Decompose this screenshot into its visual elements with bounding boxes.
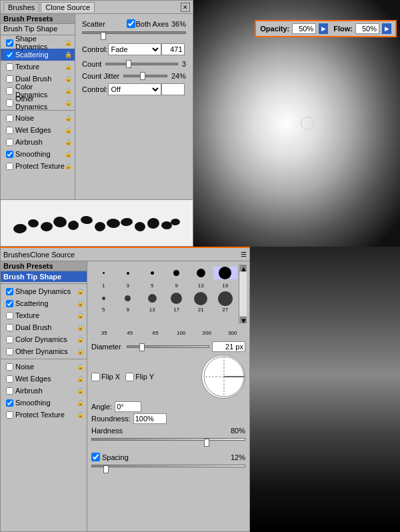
top-close-button[interactable]: ✕ <box>181 3 190 12</box>
top-dual-brush-check[interactable] <box>6 75 13 83</box>
top-brush-tip-header[interactable]: Brush Tip Shape <box>1 24 75 33</box>
top-airbrush-check[interactable] <box>6 139 13 146</box>
spacing-check[interactable] <box>91 453 100 461</box>
bottom-scattering[interactable]: Scattering 🔒 <box>1 297 87 309</box>
scatter-control-select[interactable]: Fade Off <box>108 43 161 55</box>
br-35[interactable]: 35 <box>91 330 117 336</box>
br-200[interactable]: 200 <box>194 330 220 336</box>
spacing-slider-thumb[interactable] <box>103 465 109 473</box>
top-wet-edges[interactable]: Wet Edges 🔒 <box>1 124 75 136</box>
bottom-protect-texture[interactable]: Protect Texture 🔒 <box>1 409 87 421</box>
br-65[interactable]: 65 <box>143 330 169 336</box>
brush-cell-1-6[interactable] <box>213 291 238 306</box>
hardness-slider-container <box>91 438 245 447</box>
count-slider-thumb[interactable] <box>126 60 131 68</box>
brush-cell-dot3[interactable] <box>140 271 165 275</box>
bottom-dual-brush-check[interactable] <box>6 324 13 331</box>
flip-y-label[interactable]: Flip Y <box>125 373 154 381</box>
both-axes-check[interactable] <box>127 19 135 28</box>
bottom-airbrush-check[interactable] <box>6 387 13 395</box>
diameter-thumb[interactable] <box>139 343 145 351</box>
hardness-slider-thumb[interactable] <box>204 439 209 447</box>
bottom-dual-brush[interactable]: Dual Brush 🔒 <box>1 321 87 333</box>
top-smoothing-check[interactable] <box>6 151 13 158</box>
scatter-control-num[interactable] <box>161 43 185 55</box>
scatter-slider-thumb[interactable] <box>101 32 106 40</box>
top-noise[interactable]: Noise 🔒 <box>1 112 75 124</box>
brush-cell-dot2[interactable] <box>116 272 141 275</box>
top-shape-dynamics[interactable]: Shape Dynamics 🔒 <box>1 37 75 49</box>
scatter-control2-num[interactable] <box>161 83 185 95</box>
top-airbrush[interactable]: Airbrush 🔒 <box>1 136 75 148</box>
top-texture[interactable]: Texture 🔒 <box>1 61 75 73</box>
diameter-input[interactable] <box>212 341 245 352</box>
flip-x-label[interactable]: Flip X <box>91 373 120 381</box>
bottom-smoothing[interactable]: Smoothing 🔒 <box>1 397 87 409</box>
top-shape-dynamics-check[interactable] <box>6 39 13 47</box>
scatter-control2-select[interactable]: Off Fade <box>108 83 161 95</box>
scroll-down-button[interactable]: ▼ <box>240 317 247 323</box>
bottom-color-dynamics[interactable]: Color Dynamics 🔒 <box>1 333 87 345</box>
top-texture-check[interactable] <box>6 63 13 71</box>
bottom-smoothing-check[interactable] <box>6 399 13 407</box>
top-noise-check[interactable] <box>6 115 13 122</box>
bottom-brush-tip-header[interactable]: Brush Tip Shape <box>1 271 87 282</box>
brush-cell-1-5[interactable] <box>189 292 213 305</box>
brush-cell-dot6-selected[interactable] <box>213 267 238 279</box>
opacity-input[interactable] <box>292 23 316 34</box>
angle-wheel[interactable] <box>201 355 245 399</box>
bottom-scattering-check[interactable] <box>6 300 13 307</box>
flip-y-check[interactable] <box>125 373 134 381</box>
bottom-wet-edges-check[interactable] <box>6 375 13 383</box>
top-dual-brush-lock: 🔒 <box>65 75 72 82</box>
brush-cell-1-1[interactable] <box>91 297 116 300</box>
bottom-color-dynamics-check[interactable] <box>6 336 13 343</box>
brush-cell-dot5[interactable] <box>189 269 213 277</box>
bottom-noise[interactable]: Noise 🔒 <box>1 361 87 373</box>
bottom-shape-dynamics[interactable]: Shape Dynamics 🔒 <box>1 285 87 297</box>
bottom-texture[interactable]: Texture 🔒 <box>1 309 87 321</box>
bottom-texture-check[interactable] <box>6 312 13 319</box>
bottom-menu-icon[interactable]: ☰ <box>241 251 247 258</box>
bottom-brushes-tab[interactable]: Brushes <box>3 251 30 259</box>
spacing-slider-track[interactable] <box>91 465 245 467</box>
top-protect-texture-check[interactable] <box>6 163 13 170</box>
roundness-input[interactable] <box>133 413 167 424</box>
top-other-dynamics[interactable]: Other Dynamics 🔒 <box>1 97 75 109</box>
top-scattering-check[interactable] <box>6 51 13 59</box>
bottom-other-dynamics[interactable]: Other Dynamics 🔒 <box>1 345 87 357</box>
bottom-clone-source-tab[interactable]: Clone Source <box>30 251 75 259</box>
scroll-up-button[interactable]: ▲ <box>240 265 247 271</box>
top-color-dynamics-check[interactable] <box>6 87 13 95</box>
flip-x-check[interactable] <box>91 373 100 381</box>
bottom-protect-texture-check[interactable] <box>6 411 13 419</box>
brush-grid-scrollbar[interactable]: ▲ ▼ <box>239 264 247 324</box>
flow-input[interactable] <box>355 23 379 34</box>
flow-increase-button[interactable]: ▶ <box>382 23 391 34</box>
brush-cell-dot4[interactable] <box>165 270 189 276</box>
top-wet-edges-check[interactable] <box>6 127 13 134</box>
top-clone-source-tab[interactable]: Clone Source <box>41 2 95 12</box>
bottom-wet-edges[interactable]: Wet Edges 🔒 <box>1 373 87 385</box>
bottom-airbrush[interactable]: Airbrush 🔒 <box>1 385 87 397</box>
brush-cell-1-3[interactable] <box>140 294 165 303</box>
brush-cell-dot1[interactable] <box>91 272 116 274</box>
brush-cell-1-2[interactable] <box>116 295 141 301</box>
bottom-shape-dynamics-check[interactable] <box>6 288 13 295</box>
br-300[interactable]: 300 <box>220 330 246 336</box>
diameter-slider[interactable] <box>127 345 209 348</box>
top-smoothing[interactable]: Smoothing 🔒 <box>1 148 75 160</box>
top-other-dynamics-check[interactable] <box>6 99 13 107</box>
top-brushes-tab[interactable]: Brushes <box>3 2 39 12</box>
top-color-dynamics-lock: 🔒 <box>65 87 72 94</box>
brush-cell-1-4[interactable] <box>165 293 189 304</box>
hardness-slider-track[interactable] <box>91 438 245 441</box>
br-100[interactable]: 100 <box>169 330 195 336</box>
top-protect-texture[interactable]: Protect Texture 🔒 <box>1 160 75 172</box>
opacity-increase-button[interactable]: ▶ <box>319 23 328 34</box>
count-jitter-slider-thumb[interactable] <box>140 72 145 80</box>
bottom-other-dynamics-check[interactable] <box>6 348 13 355</box>
bottom-noise-check[interactable] <box>6 363 13 371</box>
br-45[interactable]: 45 <box>117 330 143 336</box>
angle-input[interactable] <box>115 401 141 412</box>
